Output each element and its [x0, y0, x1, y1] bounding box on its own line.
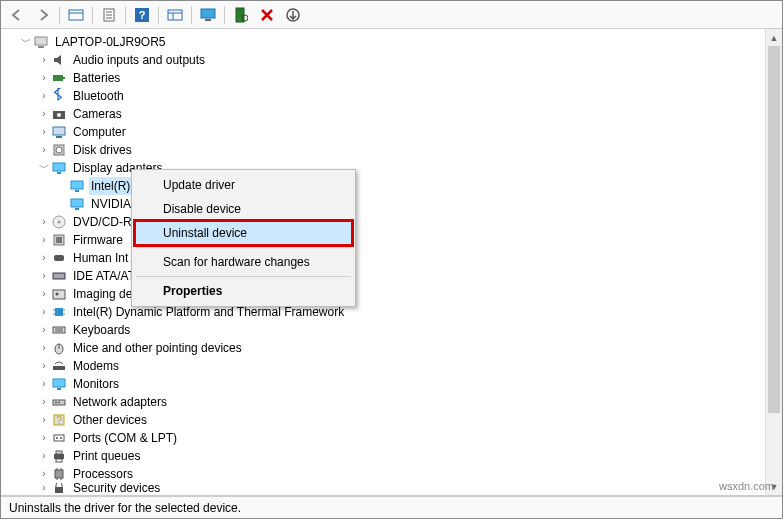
svg-point-33 [58, 221, 61, 224]
svg-rect-52 [53, 366, 65, 370]
expand-icon[interactable]: › [37, 413, 51, 427]
scroll-track[interactable] [766, 46, 782, 478]
category-label: Ports (COM & LPT) [71, 429, 179, 447]
menu-separator [136, 276, 351, 277]
expand-icon[interactable]: › [37, 467, 51, 481]
category-node[interactable]: ›Print queues [1, 447, 765, 465]
category-node[interactable]: ›?Other devices [1, 411, 765, 429]
expand-icon[interactable]: › [37, 89, 51, 103]
device-manager-window: ? ﹀ LAPTOP-0LJR9OR5 ›Audio inputs [0, 0, 783, 519]
device-label: Intel(R) [89, 177, 132, 195]
battery-icon [51, 70, 67, 86]
watermark: wsxdn.com [719, 480, 774, 492]
category-node[interactable]: ›Audio inputs and outputs [1, 51, 765, 69]
expand-icon[interactable]: › [37, 341, 51, 355]
category-node[interactable]: ›Bluetooth [1, 87, 765, 105]
category-node[interactable]: ›DVD/CD-R [1, 213, 765, 231]
scroll-up-icon[interactable]: ▲ [766, 29, 782, 46]
menu-item[interactable]: Properties [135, 279, 352, 303]
menu-item[interactable]: Disable device [135, 197, 352, 221]
category-node[interactable]: ›Ports (COM & LPT) [1, 429, 765, 447]
svg-rect-37 [53, 273, 65, 279]
expand-icon[interactable]: › [37, 483, 51, 493]
expand-icon[interactable]: › [37, 53, 51, 67]
svg-rect-0 [69, 10, 83, 20]
expand-icon[interactable]: › [37, 359, 51, 373]
category-node[interactable]: ›Imaging de [1, 285, 765, 303]
monitor-button[interactable] [196, 4, 220, 26]
category-node[interactable]: ﹀Display adapters [1, 159, 765, 177]
display-icon [69, 196, 85, 212]
toolbar: ? [1, 1, 782, 29]
scroll-thumb[interactable] [768, 46, 780, 413]
expand-icon[interactable]: › [37, 107, 51, 121]
update-button[interactable] [281, 4, 305, 26]
category-node[interactable]: ›Processors [1, 465, 765, 483]
forward-button[interactable] [31, 4, 55, 26]
menu-item[interactable]: Scan for hardware changes [135, 250, 352, 274]
expand-icon[interactable]: › [37, 395, 51, 409]
category-node[interactable]: ›Disk drives [1, 141, 765, 159]
expand-icon[interactable]: › [37, 125, 51, 139]
help-button[interactable]: ? [130, 4, 154, 26]
expand-icon[interactable]: › [37, 215, 51, 229]
category-node[interactable]: ›Security devices [1, 483, 765, 493]
expand-icon[interactable]: › [37, 143, 51, 157]
expand-icon[interactable]: › [37, 305, 51, 319]
expand-icon[interactable]: › [37, 323, 51, 337]
category-node[interactable]: ›IDE ATA/AT [1, 267, 765, 285]
category-node[interactable]: ›Human Int [1, 249, 765, 267]
show-hidden-button[interactable] [64, 4, 88, 26]
device-tree[interactable]: ﹀ LAPTOP-0LJR9OR5 ›Audio inputs and outp… [1, 29, 765, 495]
camera-icon [51, 106, 67, 122]
category-node[interactable]: ›Computer [1, 123, 765, 141]
category-node[interactable]: ›Firmware [1, 231, 765, 249]
printer-icon [51, 448, 67, 464]
svg-rect-19 [63, 77, 65, 79]
collapse-icon[interactable]: ﹀ [37, 161, 51, 175]
properties-button[interactable] [97, 4, 121, 26]
device-node[interactable]: Intel(R) [1, 177, 765, 195]
menu-item[interactable]: Uninstall device [135, 221, 352, 245]
category-node[interactable]: ›Network adapters [1, 393, 765, 411]
remove-button[interactable] [255, 4, 279, 26]
expand-icon[interactable]: › [37, 449, 51, 463]
svg-rect-26 [53, 163, 65, 171]
expand-icon[interactable]: › [37, 431, 51, 445]
category-node[interactable]: ›Batteries [1, 69, 765, 87]
device-node[interactable]: NVIDIA [1, 195, 765, 213]
category-node[interactable]: ›Modems [1, 357, 765, 375]
network-icon [51, 394, 67, 410]
category-label: Computer [71, 123, 128, 141]
category-label: Security devices [71, 483, 162, 493]
expand-icon[interactable]: › [37, 251, 51, 265]
expand-icon[interactable]: › [37, 269, 51, 283]
expand-icon[interactable]: › [37, 287, 51, 301]
expand-icon[interactable]: › [37, 71, 51, 85]
menu-item[interactable]: Update driver [135, 173, 352, 197]
category-node[interactable]: ›Monitors [1, 375, 765, 393]
back-button[interactable] [5, 4, 29, 26]
category-node[interactable]: ›Keyboards [1, 321, 765, 339]
expand-icon[interactable]: › [37, 233, 51, 247]
root-node[interactable]: ﹀ LAPTOP-0LJR9OR5 [1, 33, 765, 51]
svg-rect-23 [56, 136, 62, 138]
svg-rect-8 [168, 10, 182, 20]
category-node[interactable]: ›Mice and other pointing devices [1, 339, 765, 357]
collapse-icon[interactable]: ﹀ [19, 35, 33, 49]
category-node[interactable]: ›Intel(R) Dynamic Platform and Thermal F… [1, 303, 765, 321]
separator [92, 6, 93, 24]
keyboard-icon [51, 322, 67, 338]
ide-icon [51, 268, 67, 284]
svg-rect-71 [55, 487, 63, 493]
scan-button[interactable] [229, 4, 253, 26]
category-node[interactable]: ›Cameras [1, 105, 765, 123]
svg-rect-28 [71, 181, 83, 189]
computer-icon [51, 124, 67, 140]
expand-icon[interactable]: › [37, 377, 51, 391]
separator [59, 6, 60, 24]
category-label: Disk drives [71, 141, 134, 159]
category-label: IDE ATA/AT [71, 267, 137, 285]
views-button[interactable] [163, 4, 187, 26]
scrollbar[interactable]: ▲ ▼ [765, 29, 782, 495]
